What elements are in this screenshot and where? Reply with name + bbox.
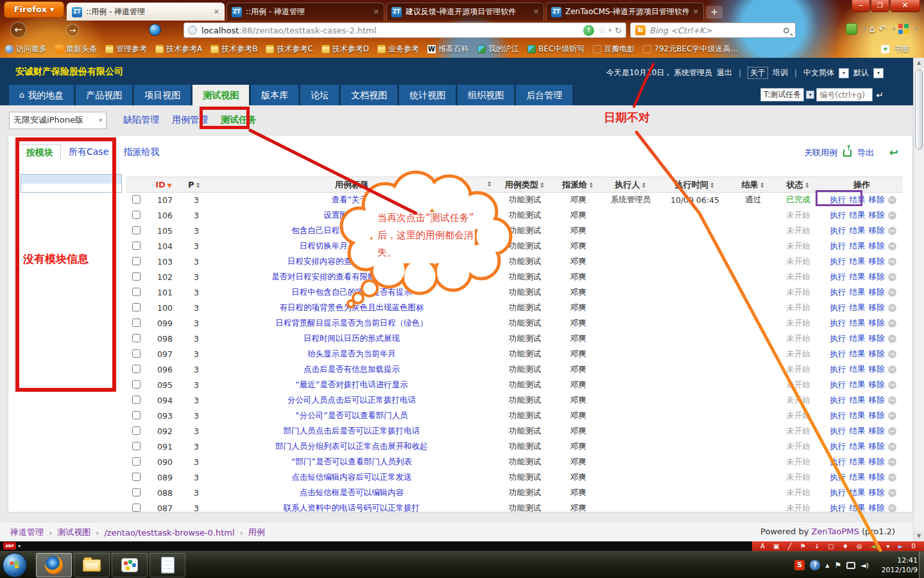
case-title-link[interactable]: 分公司人员点击后可以正常拨打电话 [287, 395, 416, 405]
action-移除-link[interactable]: 移除 [869, 210, 885, 220]
row-checkbox[interactable] [132, 442, 141, 450]
taskbar-firefox-button[interactable] [36, 553, 72, 577]
more-action-icon[interactable]: ↪ [888, 458, 896, 466]
more-action-icon[interactable]: ↪ [888, 288, 896, 297]
column-header-runtime[interactable]: 执行时间⇕ [659, 177, 731, 193]
row-checkbox[interactable] [132, 211, 141, 219]
tab-close-icon[interactable]: ✕ [533, 8, 539, 16]
row-checkbox[interactable] [132, 380, 141, 389]
skin-select[interactable]: ▾ [873, 68, 884, 78]
browser-tab[interactable]: ZT::用例 - 禅道管理✕ [67, 3, 225, 21]
bookmark-item[interactable]: 最新头条 [55, 44, 97, 55]
more-action-icon[interactable]: ↪ [888, 412, 896, 420]
network-icon[interactable] [846, 562, 855, 569]
tab-close-icon[interactable]: ✕ [214, 8, 219, 16]
case-title-link[interactable]: “最近”是否对拨打电话进行显示 [295, 380, 407, 389]
scroll-down-icon[interactable]: ▼ [914, 531, 924, 541]
training-link[interactable]: 培训 [773, 67, 788, 78]
volume-icon[interactable]: ◄) [871, 541, 878, 551]
bookmark-item[interactable]: W维基百科 [427, 44, 469, 55]
case-title-link[interactable]: 日程背景醒目提示是否为当前日程（绿色） [275, 318, 428, 328]
download-icon[interactable]: ↓ [814, 541, 819, 551]
action-结果-link[interactable]: 结果 [850, 395, 866, 405]
action-执行-link[interactable]: 执行 [830, 210, 846, 220]
main-nav-tab[interactable]: 项目视图 [134, 85, 191, 105]
action-结果-link[interactable]: 结果 [850, 487, 866, 497]
breadcrumb-link[interactable]: 测试视图 [57, 527, 90, 538]
action-结果-link[interactable]: 结果 [850, 457, 866, 466]
browser-tab[interactable]: ZTZenTaoCMS-禅道开源项目管理软件✕ [546, 3, 704, 21]
action-移除-link[interactable]: 移除 [869, 441, 885, 451]
bookmark-item[interactable]: 技术参考A [155, 44, 202, 55]
bookmark-star-icon[interactable]: ☆ [598, 25, 606, 35]
row-checkbox[interactable] [132, 473, 141, 481]
row-checkbox[interactable] [132, 195, 141, 204]
action-移除-link[interactable]: 移除 [869, 318, 885, 328]
case-title-link[interactable]: “分公司”是否可以查看部门人员 [295, 410, 407, 420]
language-select[interactable]: ▾ [839, 68, 849, 78]
case-title-link[interactable]: 有日程的项背景色为灰色且出现蓝色图标 [280, 302, 424, 312]
home-icon[interactable]: ⌂ [869, 23, 876, 35]
volume-icon[interactable]: ◄) [860, 561, 869, 570]
action-结果-link[interactable]: 结果 [850, 333, 866, 343]
action-移除-link[interactable]: 移除 [869, 302, 885, 312]
case-title-link[interactable]: 查看“关于” [332, 195, 372, 204]
sidebar-tab[interactable]: 所有Case [62, 144, 116, 161]
apps-caret-icon[interactable]: ▾ [914, 26, 918, 32]
row-checkbox[interactable] [132, 365, 141, 373]
action-结果-link[interactable]: 结果 [850, 472, 866, 482]
page-scrollbar[interactable]: ▲ ▼ [913, 58, 924, 541]
addon-caret-icon[interactable]: ▾ [863, 26, 866, 32]
action-执行-link[interactable]: 执行 [830, 364, 846, 374]
show-desktop-button[interactable] [919, 552, 924, 578]
action-移除-link[interactable]: 移除 [869, 395, 885, 405]
case-title-link[interactable]: 日程时间以日历的形式展现 [304, 333, 400, 343]
url-bar[interactable]: localhost :88/zentao/testtask-cases-2.ht… [184, 22, 626, 38]
action-移除-link[interactable]: 移除 [869, 225, 885, 235]
more-action-icon[interactable]: ↪ [888, 335, 896, 343]
case-title-link[interactable]: 抬头显示是否为当前年月 [307, 349, 396, 358]
action-结果-link[interactable]: 结果 [850, 380, 866, 389]
flag-icon[interactable]: ⚑ [800, 541, 806, 551]
row-checkbox[interactable] [132, 226, 141, 234]
bookmark-item[interactable]: 技术参考D [321, 44, 369, 55]
subnav-link[interactable]: 测试任务 [221, 114, 257, 126]
firefox-menu-button[interactable]: Firefox ▾ [4, 1, 64, 18]
action-执行-link[interactable]: 执行 [830, 318, 846, 328]
go-arrow-icon[interactable]: ↑ [583, 25, 594, 36]
main-nav-tab[interactable]: 版本库 [251, 85, 298, 105]
action-执行-link[interactable]: 执行 [830, 195, 846, 204]
search-box[interactable]: b Bing <Ctrl+K> [630, 22, 796, 38]
zentao-link[interactable]: ZenTaoPMS [812, 527, 859, 536]
more-action-icon[interactable]: ↪ [888, 227, 896, 235]
column-header-result[interactable]: 结果⇕ [731, 177, 776, 193]
logout-link[interactable]: 退出 [717, 67, 732, 78]
case-title-link[interactable]: 日程切换年月是否为左右滑动 [300, 241, 404, 250]
start-button[interactable] [3, 553, 27, 577]
action-结果-link[interactable]: 结果 [850, 441, 866, 451]
action-执行-link[interactable]: 执行 [830, 272, 846, 281]
row-checkbox[interactable] [132, 349, 141, 358]
breadcrumb-link[interactable]: /zentao/testtask-browse-0.html [104, 528, 234, 538]
more-action-icon[interactable]: ↪ [888, 242, 896, 250]
module-listbox[interactable] [21, 174, 122, 193]
action-执行-link[interactable]: 执行 [830, 241, 846, 250]
action-执行-link[interactable]: 执行 [830, 472, 846, 482]
tray-s-icon[interactable]: S [794, 560, 805, 570]
action-执行-link[interactable]: 执行 [830, 256, 846, 266]
restore-button[interactable]: ❐ [871, 0, 889, 12]
scroll-up-icon[interactable]: ▲ [914, 58, 924, 68]
scrollbar-thumb[interactable] [915, 69, 923, 150]
reload-icon[interactable]: ↻ [615, 26, 622, 35]
sidebar-tab[interactable]: 指派给我 [116, 144, 166, 161]
row-checkbox[interactable] [132, 504, 141, 512]
browser-tab[interactable]: ZT::用例 - 禅道管理✕ [227, 3, 384, 21]
more-action-icon[interactable]: ↪ [888, 258, 896, 266]
search-id-input[interactable] [816, 88, 873, 101]
more-action-icon[interactable]: ↪ [888, 473, 896, 482]
module-row-selected[interactable] [21, 175, 121, 184]
action-移除-link[interactable]: 移除 [869, 349, 885, 358]
row-checkbox[interactable] [132, 288, 141, 296]
shirt-icon[interactable]: ♦ [843, 541, 848, 551]
action-执行-link[interactable]: 执行 [830, 457, 846, 466]
